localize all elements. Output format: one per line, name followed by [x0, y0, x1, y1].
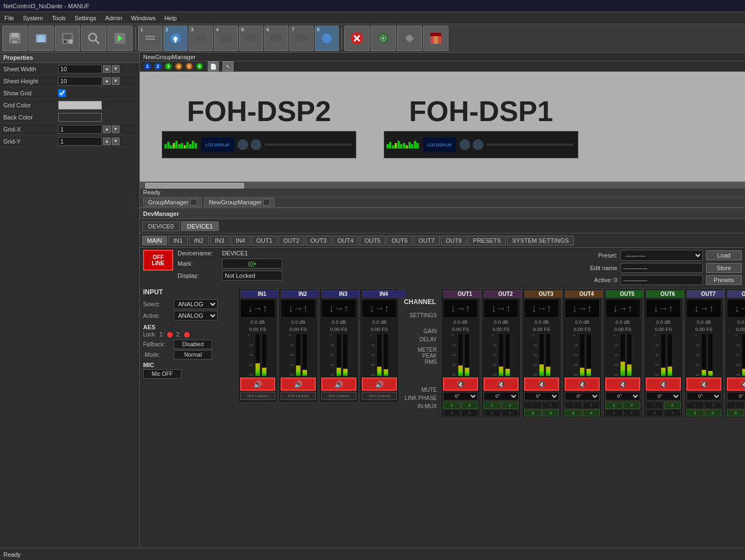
- out8-phase[interactable]: 0°: [727, 392, 745, 401]
- toolbar-btn-num2[interactable]: 2: [163, 26, 187, 51]
- gm-icon-add[interactable]: 📄: [208, 61, 219, 71]
- in2-mute[interactable]: 🔊: [281, 378, 316, 391]
- out6-mute[interactable]: 🔇: [646, 378, 681, 391]
- out2-phase[interactable]: 0°: [484, 392, 519, 401]
- out7-im-1[interactable]: 1: [686, 402, 704, 409]
- presets-button[interactable]: Presets: [706, 275, 742, 285]
- gm-tab-2[interactable]: 2: [153, 62, 162, 71]
- in4-mute[interactable]: 🔊: [362, 378, 397, 391]
- out3-phase[interactable]: 0°: [524, 392, 559, 401]
- store-button[interactable]: Store: [706, 263, 742, 273]
- out2-mute[interactable]: 🔇: [484, 378, 519, 391]
- prop-show-grid-checkbox[interactable]: [58, 89, 66, 97]
- in1-notlinked[interactable]: Not Linked: [240, 392, 275, 400]
- out5-phase[interactable]: 0°: [605, 392, 640, 401]
- toolbar-btn-num3[interactable]: 3: [189, 26, 213, 51]
- in1-mute[interactable]: 🔊: [240, 378, 275, 391]
- scroll-up-3[interactable]: ▲: [103, 125, 111, 133]
- prop-sheet-height-input[interactable]: [58, 77, 102, 85]
- out7-im-4[interactable]: 4: [704, 409, 722, 416]
- out4-mute[interactable]: 🔇: [565, 378, 600, 391]
- menu-system[interactable]: System: [19, 14, 48, 22]
- device-foh-dsp2[interactable]: FOH-DSP2 LCD DISPLAY: [162, 95, 356, 158]
- in3-notlinked[interactable]: Not Linked: [321, 392, 356, 400]
- ch-tab-out1[interactable]: OUT1: [252, 236, 277, 245]
- ch-tab-out6[interactable]: OUT6: [386, 236, 412, 245]
- ch-tab-presets[interactable]: PRESETS: [468, 236, 506, 245]
- mode-button[interactable]: Normal: [174, 350, 212, 359]
- out6-im-2[interactable]: 2: [664, 402, 681, 409]
- toolbar-btn-1[interactable]: [2, 26, 27, 51]
- device-foh-dsp1[interactable]: FOH-DSP1 LCD DISPLAY: [384, 95, 578, 158]
- gm-tab-6[interactable]: 6: [195, 62, 204, 71]
- out6-im-4[interactable]: 4: [664, 409, 681, 416]
- in3-mute[interactable]: 🔊: [321, 378, 356, 391]
- out5-mute[interactable]: 🔇: [605, 378, 640, 391]
- out7-im-2[interactable]: 2: [704, 402, 722, 409]
- toolbar-btn-gear[interactable]: [397, 26, 422, 51]
- prop-grid-x-input[interactable]: [58, 125, 102, 134]
- gm-scrollbar-thumb[interactable]: [145, 183, 244, 188]
- gm-tab-5[interactable]: 5: [185, 62, 194, 71]
- toolbar-btn-num6[interactable]: 6: [264, 26, 288, 51]
- gm-tab-3[interactable]: 3: [164, 62, 173, 71]
- ch-tab-out8[interactable]: OUT8: [441, 236, 467, 245]
- toolbar-btn-2[interactable]: [29, 26, 54, 51]
- prop-grid-color-swatch[interactable]: [58, 101, 102, 110]
- ch-tab-system-settings[interactable]: SYSTEM SETTINGS: [507, 236, 573, 245]
- load-button[interactable]: Load: [706, 250, 742, 260]
- scroll-dn-3[interactable]: ▼: [112, 125, 120, 133]
- ch-tab-in1[interactable]: IN1: [168, 236, 188, 245]
- prop-sheet-width-input[interactable]: [58, 65, 102, 73]
- scroll-up-2[interactable]: ▲: [103, 77, 111, 85]
- out2-im-2[interactable]: 2: [502, 402, 519, 409]
- gm-bottom-tab-2-chk[interactable]: [263, 199, 270, 205]
- out1-mute[interactable]: 🔇: [443, 378, 478, 391]
- menu-tools[interactable]: Tools: [47, 14, 70, 22]
- out5-im-4[interactable]: 4: [623, 409, 641, 416]
- out3-im-2[interactable]: 2: [542, 402, 560, 409]
- fallback-button[interactable]: Disabled: [174, 340, 212, 349]
- scroll-dn-1[interactable]: ▼: [112, 65, 120, 73]
- ch-tab-in4[interactable]: IN4: [231, 236, 251, 245]
- preset-select[interactable]: ----------: [621, 250, 703, 261]
- out6-phase[interactable]: 0°: [646, 392, 681, 401]
- ch-tab-out2[interactable]: OUT2: [278, 236, 304, 245]
- input-select[interactable]: ANALOG AES DANTE: [174, 299, 218, 309]
- prop-grid-y-input[interactable]: [58, 137, 102, 146]
- out8-im-3[interactable]: 3: [727, 409, 744, 416]
- out5-im-2[interactable]: 2: [623, 402, 641, 409]
- toolbar-btn-num7[interactable]: 7: [289, 26, 314, 51]
- scroll-dn-4[interactable]: ▼: [112, 138, 120, 145]
- toolbar-btn-exit[interactable]: [423, 26, 448, 51]
- menu-windows[interactable]: Windows: [127, 14, 160, 22]
- menu-settings[interactable]: Settings: [70, 14, 101, 22]
- out7-phase[interactable]: 0°: [686, 392, 721, 401]
- mic-button[interactable]: Mic OFF: [143, 369, 181, 379]
- out4-im-2[interactable]: 2: [583, 402, 600, 409]
- active-input-select[interactable]: ANALOG: [174, 311, 218, 321]
- out1-phase[interactable]: 0°: [443, 392, 478, 401]
- menu-admin[interactable]: Admin: [101, 14, 127, 22]
- ch-tab-out7[interactable]: OUT7: [414, 236, 440, 245]
- offline-button[interactable]: OFFLINE: [143, 250, 173, 271]
- gm-scrollbar[interactable]: [140, 181, 745, 187]
- out6-im-3[interactable]: 3: [646, 409, 663, 416]
- mark-input[interactable]: [222, 259, 282, 268]
- ch-tab-out4[interactable]: OUT4: [333, 236, 359, 245]
- in2-notlinked[interactable]: Not Linked: [281, 392, 316, 400]
- active-input[interactable]: [621, 275, 703, 285]
- prop-back-color-swatch[interactable]: [58, 113, 102, 122]
- out1-im-4[interactable]: 4: [461, 409, 479, 416]
- scroll-up-1[interactable]: ▲: [103, 65, 111, 73]
- out5-im-1[interactable]: 1: [605, 402, 623, 409]
- out7-im-3[interactable]: 3: [686, 409, 704, 416]
- toolbar-btn-num4[interactable]: 4: [214, 26, 238, 51]
- gm-tab-1[interactable]: 1: [143, 62, 152, 71]
- out8-mute[interactable]: 🔇: [727, 378, 745, 391]
- ch-tab-out5[interactable]: OUT5: [360, 236, 385, 245]
- ch-tab-out3[interactable]: OUT3: [305, 236, 331, 245]
- ch-tab-in3[interactable]: IN3: [210, 236, 230, 245]
- toolbar-btn-num1[interactable]: 1: [138, 26, 162, 51]
- toolbar-btn-4[interactable]: [81, 26, 106, 51]
